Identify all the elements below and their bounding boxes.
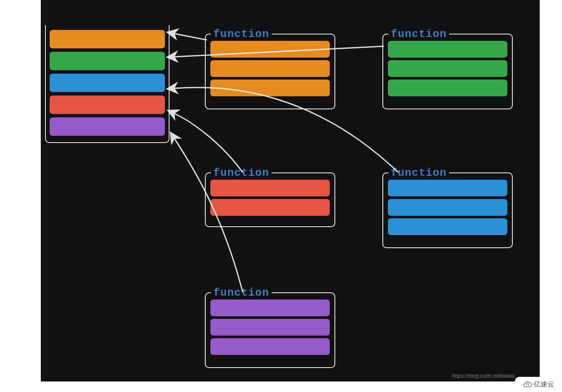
stack-bar-red (49, 95, 165, 114)
collector-stack (45, 25, 170, 143)
logo-text: 亿速云 (534, 380, 554, 389)
logo-badge: 亿速云 (515, 377, 562, 392)
function-bar (387, 79, 508, 97)
function-label: function (211, 286, 272, 299)
arrow-fn-orange (175, 34, 207, 40)
function-bar (387, 199, 508, 216)
function-box-purple: function (205, 292, 335, 368)
arrow-fn-red (175, 114, 243, 172)
stack-bar-green (49, 51, 165, 71)
function-box-red: function (205, 172, 335, 227)
function-bar (387, 40, 508, 58)
function-box-orange: function (205, 34, 335, 109)
function-bar (210, 199, 330, 216)
stack-bar-purple (49, 117, 165, 136)
function-bar (210, 338, 330, 355)
function-box-blue: function (382, 172, 513, 248)
diagram-canvas: functionfunctionfunctionfunctionfunction… (41, 0, 540, 381)
function-bar (210, 179, 330, 197)
watermark-text: https://blog.csdn.net/weixi (452, 373, 514, 379)
function-box-green: function (382, 34, 513, 109)
function-label: function (211, 28, 272, 40)
stack-bar-orange (49, 29, 165, 49)
function-bar (210, 299, 330, 317)
cloud-icon (523, 380, 532, 389)
function-label: function (388, 28, 449, 40)
stack-bar-blue (49, 73, 165, 93)
function-label: function (388, 167, 449, 179)
function-bar (210, 79, 330, 97)
function-bar (210, 318, 330, 336)
function-bar (387, 179, 508, 197)
function-bar (387, 60, 508, 77)
function-bar (387, 218, 508, 236)
function-bar (210, 60, 330, 77)
function-bar (210, 40, 330, 58)
function-label: function (211, 167, 272, 179)
